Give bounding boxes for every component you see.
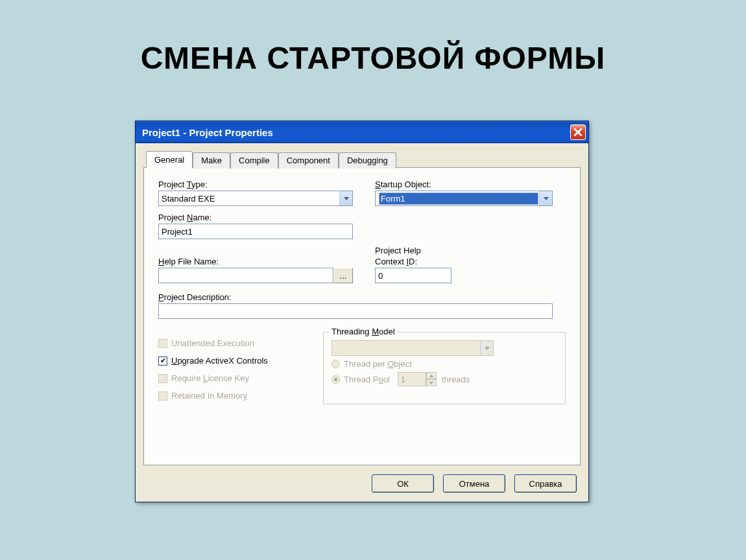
cancel-button[interactable]: Отмена: [443, 474, 505, 493]
titlebar[interactable]: Project1 - Project Properties: [136, 121, 588, 143]
slide-title: СМЕНА СТАРТОВОЙ ФОРМЫ: [0, 0, 746, 76]
thread-pool-count-input: [398, 372, 426, 386]
tab-panel-general: Project Type: Standard EXE Startup Objec…: [143, 167, 581, 465]
project-type-label: Project Type:: [158, 180, 353, 189]
help-file-input[interactable]: [158, 268, 333, 283]
close-icon: [573, 128, 583, 137]
unattended-label: Unattended Execution: [171, 338, 254, 348]
startup-object-combo[interactable]: Form1: [375, 191, 553, 206]
radio-icon: [331, 360, 340, 368]
tab-general[interactable]: General: [146, 151, 193, 168]
startup-object-label: Startup Object:: [375, 180, 553, 189]
context-id-label-2: Context ID:: [375, 257, 451, 266]
project-type-value: Standard EXE: [162, 194, 215, 204]
threading-model-title: Threading Model: [329, 327, 398, 336]
tab-compile[interactable]: Compile: [230, 152, 278, 169]
threads-suffix-label: threads: [442, 375, 470, 384]
spin-down-icon: [426, 379, 437, 386]
checkmark-icon: ✔: [160, 357, 166, 364]
chevron-down-icon: [480, 341, 493, 355]
upgrade-label: Upgrade ActiveX Controls: [171, 356, 268, 366]
tab-debugging[interactable]: Debugging: [339, 152, 396, 169]
thread-pool-spinner: [398, 372, 437, 386]
dialog-button-row: ОК Отмена Справка: [143, 474, 581, 493]
checkbox-icon: ✔: [158, 356, 167, 366]
dialog-body: General Make Compile Component Debugging…: [136, 143, 588, 502]
project-type-combo[interactable]: Standard EXE: [158, 191, 353, 206]
threading-model-combo: [331, 340, 494, 356]
thread-per-object-radio: Thread per Object: [331, 359, 557, 369]
ok-button[interactable]: ОК: [372, 474, 434, 493]
chevron-down-icon: [339, 191, 352, 205]
project-description-label: Project Description:: [158, 292, 566, 302]
help-file-label: Help File Name:: [158, 257, 353, 266]
threading-model-group: Threading Model Thread per Object Thread…: [323, 332, 566, 404]
unattended-execution-checkbox: Unattended Execution: [158, 338, 309, 348]
checkbox-icon: [158, 391, 167, 401]
thread-pool-label: Thread Pool: [344, 375, 390, 384]
checkbox-icon: [158, 374, 167, 383]
chevron-down-icon: [539, 191, 552, 205]
require-license-label: Require License Key: [171, 373, 249, 383]
context-id-input[interactable]: [375, 268, 451, 283]
project-name-label: Project Name:: [158, 213, 353, 222]
retained-label: Retained In Memory: [171, 391, 247, 401]
radio-icon: [331, 375, 340, 384]
project-properties-dialog: Project1 - Project Properties General Ma…: [135, 121, 589, 502]
checkbox-icon: [158, 339, 167, 348]
context-id-label-1: Project Help: [375, 246, 451, 255]
require-license-checkbox: Require License Key: [158, 373, 309, 383]
project-description-input[interactable]: [158, 303, 553, 319]
tab-make[interactable]: Make: [193, 152, 230, 169]
tab-component[interactable]: Component: [278, 152, 339, 169]
thread-pool-radio: Thread Pool threads: [331, 372, 557, 386]
retained-memory-checkbox: Retained In Memory: [158, 391, 309, 401]
close-button[interactable]: [570, 124, 586, 140]
startup-object-value: Form1: [379, 192, 538, 205]
project-name-input[interactable]: [158, 224, 353, 239]
tabstrip: General Make Compile Component Debugging: [146, 151, 581, 167]
titlebar-text: Project1 - Project Properties: [142, 127, 273, 138]
browse-button[interactable]: ...: [333, 268, 353, 283]
upgrade-activex-checkbox[interactable]: ✔ Upgrade ActiveX Controls: [158, 356, 309, 366]
help-button[interactable]: Справка: [514, 474, 577, 493]
thread-per-object-label: Thread per Object: [344, 359, 412, 369]
spin-up-icon: [426, 372, 437, 379]
